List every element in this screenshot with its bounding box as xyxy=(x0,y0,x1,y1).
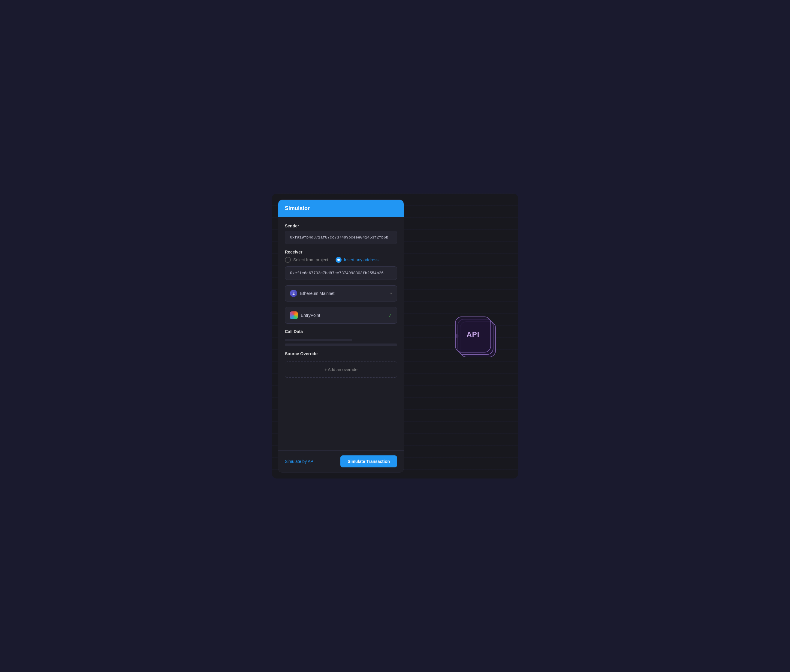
source-override-section: Source Override + Add an override xyxy=(285,351,397,378)
call-data-section: Call Data xyxy=(285,329,397,346)
insert-any-address-radio[interactable] xyxy=(336,257,341,263)
select-from-project-radio[interactable] xyxy=(285,257,291,263)
api-card-front: API xyxy=(455,317,491,352)
simulate-transaction-button[interactable]: Simulate Transaction xyxy=(340,455,397,467)
footer-actions: Simulate by API Simulate Transaction xyxy=(278,450,404,472)
select-from-project-label: Select from project xyxy=(293,258,328,262)
sender-input[interactable] xyxy=(285,231,397,244)
connector-line xyxy=(434,336,458,336)
add-override-text: + Add an override xyxy=(324,367,357,372)
eth-symbol: Ξ xyxy=(292,291,295,296)
api-visual: API xyxy=(455,317,494,355)
call-data-bar-2 xyxy=(285,344,397,346)
api-text: API xyxy=(466,330,479,339)
contract-check-icon: ✓ xyxy=(388,313,392,318)
contract-icon xyxy=(290,311,298,319)
receiver-input[interactable] xyxy=(285,266,397,280)
sender-label: Sender xyxy=(285,224,397,228)
receiver-label: Receiver xyxy=(285,250,397,254)
contract-left: EntryPoint xyxy=(290,311,320,319)
sender-section: Sender xyxy=(285,224,397,244)
network-chevron-icon: ▾ xyxy=(390,291,392,296)
source-override-label: Source Override xyxy=(285,351,397,356)
simulator-body: Sender Receiver Select from project Inse… xyxy=(278,217,404,471)
contract-label: EntryPoint xyxy=(301,313,320,318)
receiver-radio-group: Select from project Insert any address xyxy=(285,257,397,263)
network-dropdown[interactable]: Ξ Ethereum Mainnet ▾ xyxy=(285,285,397,301)
receiver-section: Receiver Select from project Insert any … xyxy=(285,250,397,280)
insert-any-address-option[interactable]: Insert any address xyxy=(336,257,378,263)
network-dropdown-left: Ξ Ethereum Mainnet xyxy=(290,290,334,297)
simulator-title: Simulator xyxy=(285,205,310,211)
select-from-project-option[interactable]: Select from project xyxy=(285,257,328,263)
ethereum-icon: Ξ xyxy=(290,290,297,297)
call-data-bar-1 xyxy=(285,339,352,341)
add-override-button[interactable]: + Add an override xyxy=(285,362,397,378)
simulator-panel: Simulator Sender Receiver Select from pr… xyxy=(278,200,404,472)
network-label: Ethereum Mainnet xyxy=(300,291,334,296)
page-container: Simulator Sender Receiver Select from pr… xyxy=(272,194,518,478)
simulate-by-api-link[interactable]: Simulate by API xyxy=(285,459,314,464)
call-data-label: Call Data xyxy=(285,329,397,334)
contract-field[interactable]: EntryPoint ✓ xyxy=(285,307,397,324)
simulator-header: Simulator xyxy=(278,200,404,217)
insert-any-address-label: Insert any address xyxy=(344,258,378,262)
api-stack: API xyxy=(455,317,494,355)
